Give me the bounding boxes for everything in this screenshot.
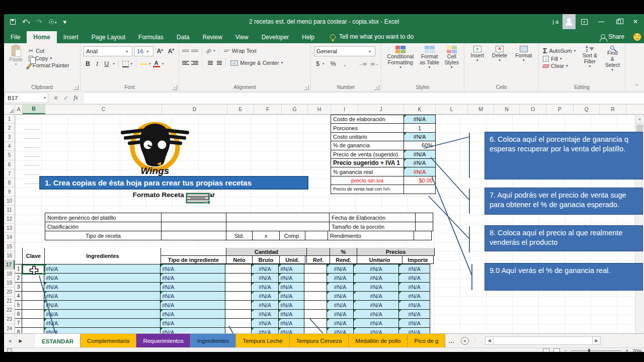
close-button[interactable]: ✕	[627, 14, 644, 29]
summary-value-cell[interactable]	[404, 185, 436, 194]
row-header[interactable]: 23	[4, 315, 15, 324]
unitario-cell[interactable]: #N/A	[353, 300, 399, 310]
info-cell[interactable]: Nombre genérico del platillo	[45, 213, 162, 222]
header-rend[interactable]: Rend.	[330, 255, 357, 264]
instruction-banner[interactable]: 1. Crea copias de ésta hoja para crear t…	[39, 176, 308, 190]
neto-cell[interactable]	[225, 327, 252, 333]
row-header[interactable]: 3	[4, 133, 15, 142]
column-header[interactable]: Q	[574, 105, 600, 114]
row-index-cell[interactable]: 8	[15, 327, 22, 333]
neto-cell[interactable]	[225, 300, 252, 310]
row-header[interactable]: 20	[4, 288, 15, 297]
header-ingredientes[interactable]: Ingredientes	[44, 248, 161, 264]
ribbon-tab[interactable]: Data	[170, 31, 196, 43]
zoom-slider-handle[interactable]	[588, 349, 590, 352]
row-header[interactable]: 4	[4, 142, 15, 151]
fill-color-button[interactable]	[140, 63, 147, 65]
macro-record-icon[interactable]	[7, 348, 12, 352]
wings-logo[interactable]: Wings	[115, 117, 195, 178]
row-header[interactable]: 1	[4, 115, 15, 124]
save-icon[interactable]	[10, 19, 16, 25]
undo-icon[interactable]: ↶▾	[22, 19, 30, 25]
increase-font-size-button[interactable]: A▴	[155, 48, 165, 55]
font-name-select[interactable]: Arial▾	[84, 46, 132, 56]
column-header[interactable]: H	[308, 105, 331, 114]
ribbon-tab[interactable]: View	[229, 31, 255, 43]
bruto-cell[interactable]: #N/A	[251, 300, 279, 310]
unitario-cell[interactable]: #N/A	[353, 273, 399, 283]
unid-cell[interactable]: #N/A	[278, 327, 304, 333]
info-cell[interactable]: Clasificación	[45, 222, 162, 231]
increase-indent-button[interactable]	[215, 60, 222, 66]
tipo-cell[interactable]: #N/A	[160, 273, 225, 283]
header-blank[interactable]	[306, 248, 330, 256]
clave-cell[interactable]	[22, 318, 44, 328]
info-cell[interactable]	[415, 213, 433, 222]
font-dialog-launcher[interactable]: ↘	[172, 85, 177, 90]
unitario-cell[interactable]: #N/A	[353, 327, 399, 333]
ribbon-tab[interactable]: File	[4, 31, 27, 43]
scroll-up-icon[interactable]: ▲	[635, 115, 644, 124]
info-cell[interactable]: Tamaño de la porción	[329, 222, 416, 231]
orientation-button[interactable]: ab	[205, 47, 213, 55]
summary-label-cell[interactable]: Precio de venta real con IVA	[331, 185, 404, 194]
unid-cell[interactable]: #N/A	[278, 291, 304, 301]
increase-decimal-button[interactable]: ←00	[359, 62, 367, 66]
info-cell[interactable]	[226, 222, 330, 231]
row-header[interactable]: 19	[4, 279, 15, 288]
row-index-cell[interactable]: 4	[15, 291, 22, 301]
bold-button[interactable]: B	[84, 60, 92, 67]
summary-label-cell[interactable]: % de ganancia	[331, 141, 404, 150]
horizontal-scroll-track[interactable]	[494, 336, 592, 345]
callout-7[interactable]: 7. Aquí podrás ver el precio de venta su…	[485, 188, 643, 215]
ingrediente-cell[interactable]: #N/A	[44, 291, 160, 301]
header-unid[interactable]: Unid.	[279, 255, 305, 264]
currency-format-button[interactable]: $	[314, 60, 321, 67]
unid-cell[interactable]: #N/A	[278, 318, 304, 328]
sheet-tab[interactable]: Requerimientos	[136, 334, 191, 347]
clave-cell[interactable]	[22, 282, 44, 292]
row-header[interactable]: 10	[4, 197, 15, 206]
cell-styles-button[interactable]: Cell Styles▾	[442, 45, 461, 83]
new-sheet-icon[interactable]: +	[461, 337, 469, 345]
enter-icon[interactable]: ✓	[63, 95, 68, 102]
callout-8[interactable]: 8. Coloca aquí el precio al que realment…	[485, 225, 643, 251]
ribbon-tab[interactable]: Home	[27, 31, 56, 43]
summary-value-cell[interactable]: #N/A	[404, 150, 436, 159]
header-unitario[interactable]: Unitario	[357, 255, 403, 264]
row-header[interactable]: 18	[4, 269, 15, 279]
importe-cell[interactable]: #N/A	[398, 318, 430, 328]
column-header[interactable]: K	[404, 105, 436, 114]
bruto-cell[interactable]: #N/A	[251, 318, 279, 328]
importe-cell[interactable]: #N/A	[398, 273, 430, 283]
importe-cell[interactable]: #N/A	[398, 264, 430, 274]
summary-label-cell[interactable]: Costo unitario	[331, 132, 404, 141]
summary-value-cell[interactable]: #N/A	[404, 115, 436, 124]
info-cell[interactable]	[161, 231, 226, 240]
header-importe[interactable]: Importe	[402, 255, 434, 264]
summary-value-cell[interactable]: #N/A	[404, 167, 436, 176]
header-precios[interactable]: Precios	[357, 248, 435, 256]
row-header[interactable]: 21	[4, 297, 15, 306]
row-header[interactable]: 2	[4, 124, 15, 133]
restore-button[interactable]	[610, 14, 627, 29]
share-button[interactable]: Share	[601, 33, 631, 43]
unid-cell[interactable]: #N/A	[278, 273, 304, 283]
summary-value-cell[interactable]: 60%	[404, 141, 436, 150]
info-cell[interactable]: Fecha de Elaboración	[329, 213, 416, 222]
clave-cell[interactable]	[22, 300, 44, 310]
rend-cell[interactable]: #N/A	[327, 264, 354, 274]
row-index-cell[interactable]: 1	[15, 264, 22, 274]
sheet-tab[interactable]: ESTANDAR	[35, 334, 80, 347]
rend-cell[interactable]: #N/A	[327, 300, 354, 310]
clave-cell[interactable]	[22, 291, 44, 301]
sheet-tab[interactable]: Tempura Cerveza	[290, 334, 349, 347]
row-header[interactable]: 17	[4, 260, 15, 269]
sheet-tab[interactable]: Medallón de pollo	[349, 334, 408, 347]
info-cell[interactable]: Std.	[226, 231, 253, 240]
bottom-align-button[interactable]	[191, 48, 198, 54]
ref-cell[interactable]	[304, 300, 327, 310]
align-left-button[interactable]	[182, 60, 189, 66]
name-box-dropdown-icon[interactable]: ▾	[44, 96, 48, 100]
select-all-corner[interactable]	[4, 105, 15, 114]
